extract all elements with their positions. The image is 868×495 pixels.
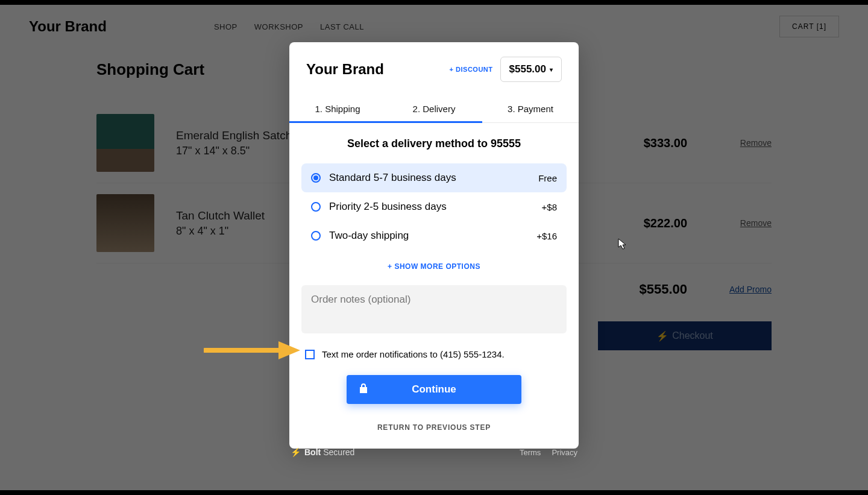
order-total-dropdown[interactable]: $555.00 ▾ (500, 57, 562, 82)
privacy-link[interactable]: Privacy (552, 448, 577, 457)
delivery-option-price: Free (538, 173, 557, 183)
sms-label: Text me order notifications to (415) 555… (322, 349, 505, 359)
modal-header: Your Brand + DISCOUNT $555.00 ▾ (289, 42, 579, 82)
caret-down-icon: ▾ (550, 66, 553, 73)
checkout-tabs: 1. Shipping 2. Delivery 3. Payment (289, 96, 579, 123)
delivery-option-price: +$16 (536, 231, 557, 241)
delivery-title: Select a delivery method to 95555 (301, 137, 567, 150)
delivery-option-label: Standard 5-7 business days (329, 172, 538, 184)
radio-icon (311, 173, 321, 183)
delivery-option-label: Priority 2-5 business days (329, 201, 542, 213)
delivery-option-price: +$8 (542, 202, 557, 212)
continue-button[interactable]: Continue (347, 375, 521, 404)
checkout-modal: Your Brand + DISCOUNT $555.00 ▾ 1. Shipp… (289, 42, 579, 449)
delivery-option-twoday[interactable]: Two-day shipping +$16 (301, 221, 567, 250)
modal-footer: ⚡ Bolt Secured Terms Privacy (289, 447, 579, 457)
delivery-option-standard[interactable]: Standard 5-7 business days Free (301, 163, 567, 192)
tab-payment[interactable]: 3. Payment (482, 96, 579, 122)
bolt-icon: ⚡ (291, 447, 301, 457)
sms-opt-in-row: Text me order notifications to (415) 555… (305, 349, 563, 359)
mouse-cursor-icon (618, 238, 627, 250)
continue-label: Continue (412, 383, 456, 396)
radio-icon (311, 231, 321, 241)
bolt-brand: Bolt (304, 447, 321, 457)
order-total-amount: $555.00 (509, 63, 546, 75)
show-more-options[interactable]: + SHOW MORE OPTIONS (301, 262, 567, 271)
delivery-option-priority[interactable]: Priority 2-5 business days +$8 (301, 192, 567, 221)
discount-button[interactable]: + DISCOUNT (450, 66, 493, 73)
radio-icon (311, 202, 321, 212)
sms-checkbox[interactable] (305, 350, 315, 359)
terms-link[interactable]: Terms (520, 448, 541, 457)
tab-delivery[interactable]: 2. Delivery (386, 96, 482, 122)
return-link[interactable]: RETURN TO PREVIOUS STEP (301, 423, 567, 432)
secured-label: Secured (323, 447, 354, 457)
modal-brand: Your Brand (306, 61, 450, 78)
lock-icon (359, 383, 368, 397)
order-notes-input[interactable] (301, 285, 567, 333)
tab-shipping[interactable]: 1. Shipping (289, 96, 386, 122)
delivery-option-label: Two-day shipping (329, 230, 536, 242)
